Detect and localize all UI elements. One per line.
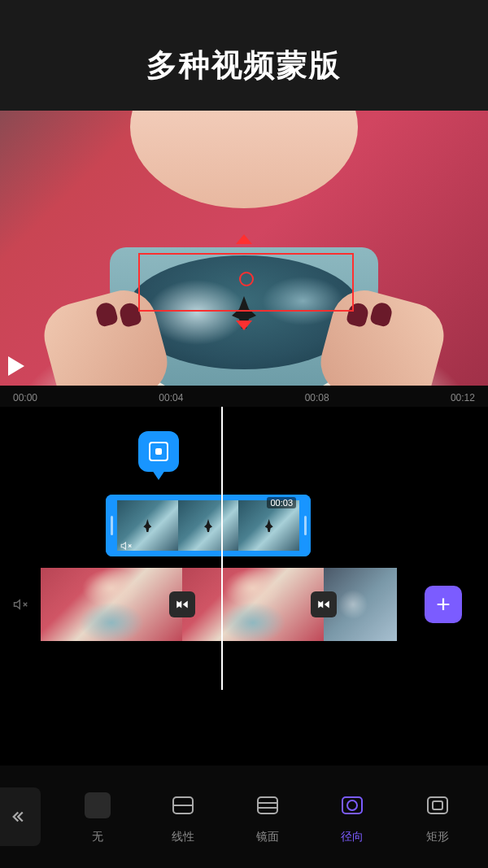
clip-trim-left[interactable]: [106, 495, 117, 556]
mask-linear-button[interactable]: 线性: [160, 783, 206, 851]
ruler-mark: 00:00: [13, 392, 37, 403]
none-icon: [81, 789, 114, 822]
keyframe-marker[interactable]: [138, 431, 179, 472]
clip-trim-right[interactable]: [299, 495, 311, 556]
mask-rect-button[interactable]: 矩形: [415, 783, 460, 851]
preview-hands: [65, 288, 423, 386]
mask-none-button[interactable]: 无: [75, 783, 120, 851]
ruler-mark: 00:08: [305, 392, 329, 403]
mask-toolbar: 无 线性 镜面 径向 矩形: [0, 765, 488, 868]
page-title: 多种视频蒙版: [0, 45, 488, 86]
radial-icon: [336, 789, 368, 822]
play-button[interactable]: [8, 356, 24, 376]
mute-icon[interactable]: [120, 540, 132, 554]
main-track: +: [0, 568, 488, 641]
main-clip[interactable]: [41, 568, 182, 641]
transition-button[interactable]: [311, 591, 337, 617]
tool-label: 镜面: [256, 830, 279, 844]
main-clip[interactable]: [182, 568, 324, 641]
tool-items: 无 线性 镜面 径向 矩形: [47, 783, 488, 851]
mask-handle-up-icon[interactable]: [236, 234, 252, 244]
tool-label: 径向: [341, 830, 364, 844]
tool-label: 线性: [172, 830, 194, 844]
track-mute-icon[interactable]: [0, 597, 41, 612]
svg-rect-6: [258, 797, 277, 813]
clip-duration: 00:03: [267, 497, 296, 508]
svg-rect-11: [428, 797, 447, 813]
mask-center-handle[interactable]: [239, 272, 254, 286]
svg-point-10: [347, 800, 357, 810]
track-clips: +: [41, 568, 488, 641]
mask-radial-button[interactable]: 径向: [329, 783, 375, 851]
transition-button[interactable]: [169, 591, 195, 617]
header: 多种视频蒙版: [0, 0, 488, 111]
back-button[interactable]: [0, 787, 41, 846]
svg-rect-12: [433, 801, 442, 809]
timeline-ruler: 00:00 00:04 00:08 00:12: [0, 386, 488, 407]
keyframe-icon: [138, 431, 179, 472]
ruler-mark: 00:12: [451, 392, 475, 403]
timeline[interactable]: 00:03 +: [0, 407, 488, 690]
tool-label: 矩形: [426, 830, 449, 844]
linear-icon: [167, 789, 199, 822]
mask-handle-down-icon[interactable]: [236, 321, 252, 330]
clip-thumb: [178, 500, 239, 551]
tool-label: 无: [92, 830, 103, 844]
mirror-icon: [251, 789, 284, 822]
add-clip-button[interactable]: +: [425, 586, 462, 623]
rect-icon: [421, 789, 454, 822]
ruler-mark: 00:04: [159, 392, 183, 403]
mask-mirror-button[interactable]: 镜面: [245, 783, 290, 851]
overlay-clip[interactable]: 00:03: [106, 495, 311, 556]
video-preview[interactable]: [0, 111, 488, 386]
